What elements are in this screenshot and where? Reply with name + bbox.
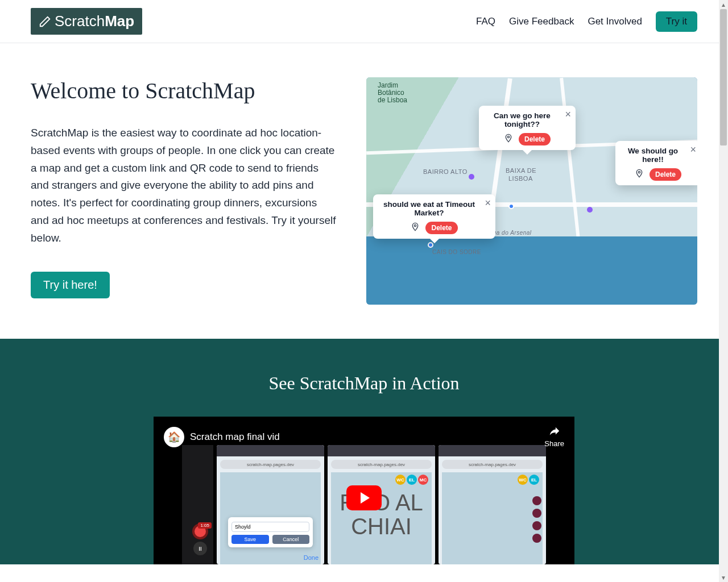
logo-text-plain: Scratch xyxy=(55,13,105,30)
close-icon[interactable]: × xyxy=(565,109,571,119)
thumb-phone-1: scratch-map.pages.dev Save Cancel Done xyxy=(217,445,324,564)
pin-icon xyxy=(411,222,420,234)
map-hood-baixa1: BAIXA DE xyxy=(506,167,536,174)
thumb-sidebar: 1:05 ⏸ xyxy=(182,445,213,564)
record-controls: 1:05 ⏸ xyxy=(192,523,208,555)
action-title: See ScratchMap in Action xyxy=(0,373,728,394)
side-actions xyxy=(532,496,541,543)
video-title[interactable]: Scratch map final vid xyxy=(190,431,280,443)
try-it-button[interactable]: Try it xyxy=(656,11,697,32)
hero-copy: Welcome to ScratchMap ScratchMap is the … xyxy=(31,77,338,298)
pin-icon xyxy=(635,169,644,180)
close-icon[interactable]: × xyxy=(690,144,696,155)
action-section: See ScratchMap in Action 1:05 ⏸ scratch-… xyxy=(0,339,728,564)
delete-button[interactable]: Delete xyxy=(519,133,551,146)
map-hood-baixa2: LISBOA xyxy=(508,175,533,182)
popup-msg: should we eat at Timeout Market? xyxy=(379,200,490,217)
address-bar: scratch-map.pages.dev xyxy=(220,460,321,469)
address-bar: scratch-map.pages.dev xyxy=(331,460,432,469)
keyboard-done[interactable]: Done xyxy=(304,554,318,561)
hero-description: ScratchMap is the easiest way to coordin… xyxy=(31,124,338,247)
scroll-up-icon[interactable]: ▲ xyxy=(719,0,728,9)
hero-map-image: Jardim Botânico de Lisboa BAIRRO ALTO BA… xyxy=(366,77,697,305)
delete-button[interactable]: Delete xyxy=(425,222,457,234)
address-bar: scratch-map.pages.dev xyxy=(442,460,543,469)
avatar-chips: WC EL xyxy=(518,475,539,485)
map-popup-3: × should we eat at Timeout Market? Delet… xyxy=(373,194,495,239)
svg-point-2 xyxy=(415,225,416,226)
phone-input-dialog: Save Cancel xyxy=(228,517,313,547)
video-embed[interactable]: 1:05 ⏸ scratch-map.pages.dev Save Cancel… xyxy=(154,417,574,564)
map-hood-cais: CAIS DO SODRE xyxy=(432,249,481,255)
site-header: ScratchMap FAQ Give Feedback Get Involve… xyxy=(0,0,728,43)
dialog-input[interactable] xyxy=(231,522,309,532)
close-icon[interactable]: × xyxy=(485,198,491,208)
scroll-thumb[interactable] xyxy=(720,9,727,146)
play-button[interactable] xyxy=(346,485,382,510)
record-icon: 1:05 xyxy=(192,523,208,539)
nav-faq[interactable]: FAQ xyxy=(476,16,495,27)
thumb-phone-3: scratch-map.pages.dev WC EL xyxy=(439,445,546,564)
main-nav: FAQ Give Feedback Get Involved Try it xyxy=(476,11,697,32)
share-icon xyxy=(547,426,562,438)
map-popup-2: × We should go here!! Delete xyxy=(615,141,697,185)
map-hood-bairro: BAIRRO ALTO xyxy=(423,168,468,175)
pause-icon: ⏸ xyxy=(193,542,207,555)
svg-point-0 xyxy=(507,136,509,138)
dialog-cancel-button[interactable]: Cancel xyxy=(272,535,310,544)
hero-title: Welcome to ScratchMap xyxy=(31,77,338,104)
avatar-chips: WC EL MC xyxy=(395,475,428,485)
popup-msg: We should go here!! xyxy=(621,147,695,164)
map-park-label: Jardim Botânico de Lisboa xyxy=(378,82,407,105)
pin-icon xyxy=(504,134,513,145)
dialog-save-button[interactable]: Save xyxy=(231,535,269,544)
hero-section: Welcome to ScratchMap ScratchMap is the … xyxy=(0,43,728,339)
svg-point-1 xyxy=(638,171,640,173)
page-scrollbar[interactable]: ▲ ▼ xyxy=(719,0,728,564)
delete-button[interactable]: Delete xyxy=(650,168,681,181)
logo-text-bold: Map xyxy=(105,13,134,30)
nav-feedback[interactable]: Give Feedback xyxy=(509,16,574,27)
channel-avatar[interactable]: 🏠 xyxy=(164,427,184,447)
share-button[interactable]: Share xyxy=(544,426,564,448)
record-time: 1:05 xyxy=(198,522,212,529)
pencil-icon xyxy=(39,15,51,28)
video-overlay-top: 🏠 Scratch map final vid Share xyxy=(154,417,574,457)
map-popup-1: × Can we go here tonight?? Delete xyxy=(479,106,576,150)
nav-get-involved[interactable]: Get Involved xyxy=(588,16,642,27)
logo[interactable]: ScratchMap xyxy=(31,8,142,35)
try-it-here-button[interactable]: Try it here! xyxy=(31,272,110,298)
popup-msg: Can we go here tonight?? xyxy=(485,111,570,128)
